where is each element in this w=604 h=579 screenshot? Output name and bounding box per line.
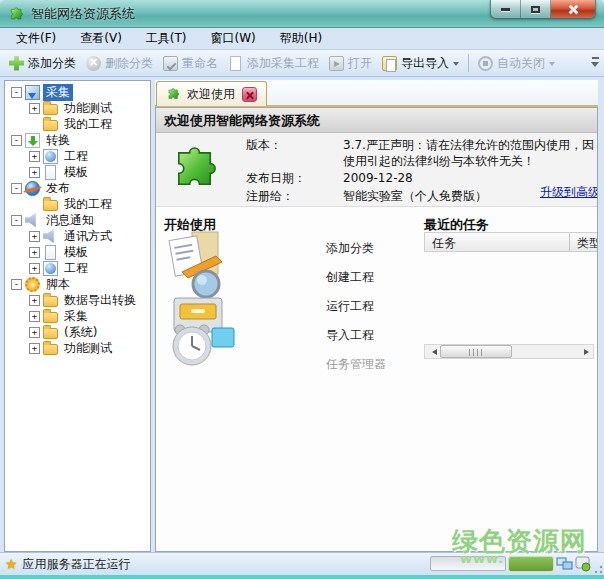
- tree-item-xitong[interactable]: + (系统): [5, 324, 150, 340]
- delete-category-icon: [86, 56, 101, 71]
- tree-item-label[interactable]: 采集: [61, 308, 91, 325]
- tree-expander[interactable]: -: [11, 215, 22, 226]
- tree-expander[interactable]: +: [29, 247, 40, 258]
- watermark-logo-box: [508, 556, 554, 572]
- tree-expander[interactable]: +: [29, 151, 40, 162]
- tree-item-label[interactable]: 模板: [61, 244, 91, 261]
- tree-item-label[interactable]: 采集: [43, 84, 73, 101]
- add-category-label: 添加分类: [28, 55, 76, 72]
- tree-expander[interactable]: +: [29, 103, 40, 114]
- tab-welcome-label[interactable]: 欢迎使用: [187, 86, 235, 103]
- auto-close-icon: [478, 56, 493, 71]
- release-date-label: 发布日期：: [246, 171, 343, 187]
- tree-item-label[interactable]: 我的工程: [61, 116, 115, 133]
- tree-item-label[interactable]: 转换: [43, 132, 73, 149]
- tree-item-xiaoxitongzhi[interactable]: - 消息通知: [5, 212, 150, 228]
- menu-bar: 文件(F) 查看(V) 工具(T) 窗口(W) 帮助(H): [0, 28, 604, 50]
- run-project-link[interactable]: 运行工程: [326, 298, 386, 315]
- tree-expander[interactable]: -: [11, 279, 22, 290]
- tree-expander[interactable]: +: [29, 311, 40, 322]
- tree-item-wodegongcheng[interactable]: 我的工程: [5, 196, 150, 212]
- scrollbar-track[interactable]: [439, 345, 579, 358]
- horizontal-scrollbar[interactable]: [424, 344, 594, 359]
- version-value: 3.7.严正声明：请在法律允许的范围内使用，因使用引起的法律纠纷与本软件无关！: [343, 138, 597, 169]
- tree-item-label[interactable]: 发布: [43, 180, 73, 197]
- scroll-left-arrow-icon[interactable]: [425, 345, 439, 358]
- tree-expander[interactable]: +: [29, 231, 40, 242]
- add-category-link[interactable]: 添加分类: [326, 240, 386, 257]
- toolbar-overflow-button[interactable]: [590, 56, 602, 71]
- puzzle-logo-icon: [168, 142, 220, 194]
- scroll-right-arrow-icon[interactable]: [579, 345, 593, 358]
- tree-expander[interactable]: +: [29, 263, 40, 274]
- tree-item-caiji-folder[interactable]: + 采集: [5, 308, 150, 324]
- tree-item-label[interactable]: (系统): [61, 324, 100, 341]
- tree-item-caiji[interactable]: - 采集: [5, 84, 150, 100]
- folder-icon: [43, 104, 58, 115]
- tree-item-gongcheng[interactable]: + 工程: [5, 260, 150, 276]
- tab-close-button[interactable]: [242, 87, 257, 102]
- getting-started-illustration-icon: [164, 230, 240, 370]
- add-collect-project-icon: [230, 56, 241, 71]
- tree-item-label[interactable]: 模板: [61, 164, 91, 181]
- menu-window[interactable]: 窗口(W): [199, 27, 268, 50]
- menu-file[interactable]: 文件(F): [4, 27, 68, 50]
- start-links: 添加分类 创建工程 运行工程 导入工程 任务管理器: [326, 240, 386, 373]
- menu-help[interactable]: 帮助(H): [268, 27, 334, 50]
- tree-item-wodegongcheng[interactable]: 我的工程: [5, 116, 150, 132]
- tree-expander[interactable]: +: [29, 295, 40, 306]
- tree-item-gongnengceshi2[interactable]: + 功能测试: [5, 340, 150, 356]
- minimize-button[interactable]: [491, 0, 521, 18]
- export-import-icon: [382, 56, 397, 71]
- tree-item-moban[interactable]: + 模板: [5, 164, 150, 180]
- tree-item-gongcheng[interactable]: + 工程: [5, 148, 150, 164]
- tree-item-label[interactable]: 功能测试: [61, 100, 115, 117]
- tree-item-gongnengceshi[interactable]: + 功能测试: [5, 100, 150, 116]
- registered-label: 注册给：: [246, 189, 343, 205]
- menu-view[interactable]: 查看(V): [68, 27, 134, 50]
- tab-welcome[interactable]: 欢迎使用: [156, 81, 267, 106]
- create-project-link[interactable]: 创建工程: [326, 269, 386, 286]
- tree-item-label[interactable]: 工程: [61, 148, 91, 165]
- upgrade-link[interactable]: 升级到高级版: [540, 184, 598, 201]
- tree-expander[interactable]: +: [29, 343, 40, 354]
- rename-button: 重命名: [158, 53, 223, 74]
- export-import-button[interactable]: 导出导入: [377, 53, 464, 74]
- convert-icon: [25, 133, 40, 148]
- open-button: 打开: [324, 53, 377, 74]
- tree-item-label[interactable]: 我的工程: [61, 196, 115, 213]
- close-button[interactable]: [551, 0, 595, 18]
- tree-item-moban[interactable]: + 模板: [5, 244, 150, 260]
- menu-tools[interactable]: 工具(T): [134, 27, 199, 50]
- tree-expander[interactable]: +: [29, 327, 40, 338]
- tree-item-jiaoben[interactable]: - 脚本: [5, 276, 150, 292]
- tree-item-label[interactable]: 数据导出转换: [61, 292, 139, 309]
- tree-item-label[interactable]: 功能测试: [61, 340, 115, 357]
- tree-item-zhuanhuan[interactable]: - 转换: [5, 132, 150, 148]
- add-collect-project-label: 添加采集工程: [247, 55, 319, 72]
- resize-grip[interactable]: [591, 562, 603, 574]
- chevron-down-icon[interactable]: [453, 62, 459, 69]
- tree-item-shujudaochu[interactable]: + 数据导出转换: [5, 292, 150, 308]
- category-tree: - 采集 + 功能测试 我的工程 - 转换 + 工程 + 模板: [4, 80, 151, 552]
- tree-expander[interactable]: -: [11, 87, 22, 98]
- tree-item-label[interactable]: 工程: [61, 260, 91, 277]
- tree-expander[interactable]: -: [11, 183, 22, 194]
- column-type[interactable]: 类型: [570, 233, 598, 251]
- main-panel: 欢迎使用 欢迎使用智能网络资源系统 版本： 3: [155, 80, 598, 552]
- tree-item-tongxunfangshi[interactable]: + 通讯方式: [5, 228, 150, 244]
- tree-item-label[interactable]: 消息通知: [43, 212, 97, 229]
- title-bar[interactable]: 智能网络资源系统: [0, 0, 604, 28]
- capture-icon: [25, 85, 40, 100]
- window-title: 智能网络资源系统: [31, 5, 135, 23]
- import-project-link[interactable]: 导入工程: [326, 327, 386, 344]
- scrollbar-thumb[interactable]: [440, 345, 512, 358]
- tree-item-label[interactable]: 通讯方式: [61, 228, 115, 245]
- tree-item-fabu[interactable]: - 发布: [5, 180, 150, 196]
- tree-item-label[interactable]: 脚本: [43, 276, 73, 293]
- maximize-button[interactable]: [521, 0, 551, 18]
- tree-expander[interactable]: -: [11, 135, 22, 146]
- tree-expander[interactable]: +: [29, 167, 40, 178]
- add-category-button[interactable]: 添加分类: [4, 53, 81, 74]
- column-task[interactable]: 任务: [425, 233, 570, 251]
